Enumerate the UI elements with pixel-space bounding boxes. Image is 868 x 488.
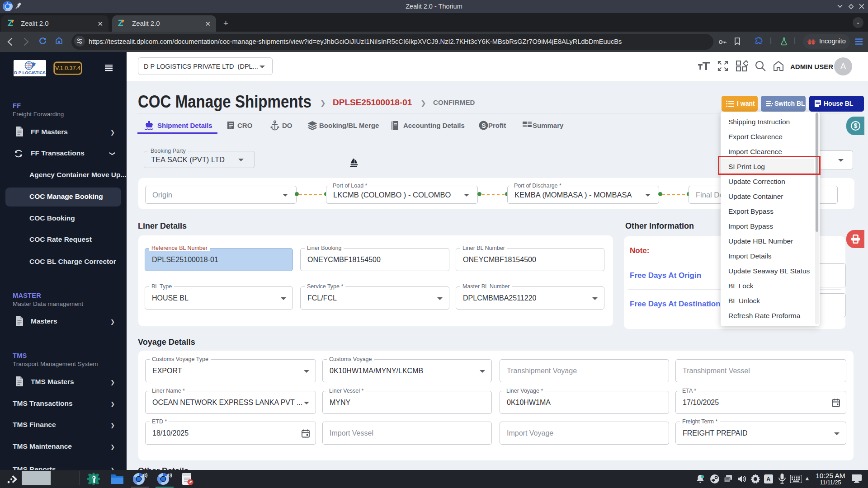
svg-text:A: A bbox=[766, 476, 771, 483]
svg-text:S: S bbox=[481, 122, 486, 129]
svg-text:DPL: DPL bbox=[27, 65, 31, 67]
